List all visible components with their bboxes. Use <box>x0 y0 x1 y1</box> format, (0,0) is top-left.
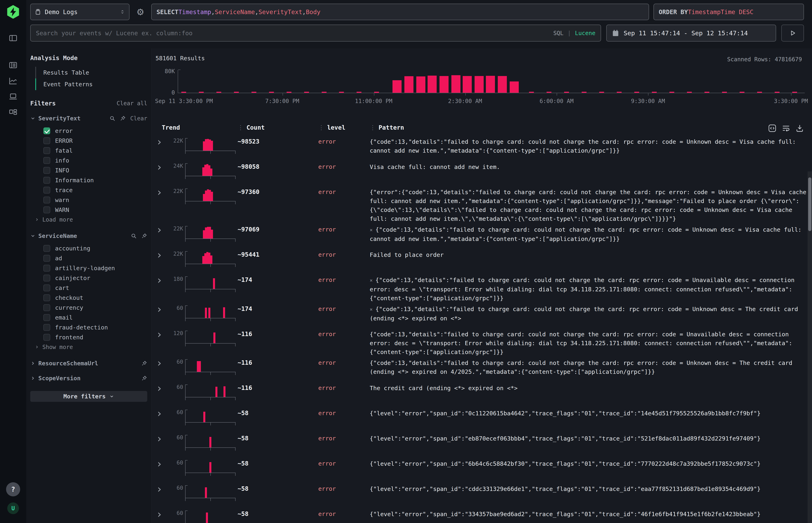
histogram-bar[interactable] <box>404 76 413 93</box>
histogram-bar[interactable] <box>416 76 425 93</box>
column-header-trend[interactable]: Trend <box>155 124 237 131</box>
chevron-right-icon[interactable] <box>30 376 35 381</box>
checkbox[interactable] <box>43 334 50 341</box>
row-expand-chevron[interactable]: › <box>155 225 169 234</box>
pin-icon[interactable] <box>141 233 147 239</box>
row-expand-chevron[interactable]: › <box>155 359 169 367</box>
results-histogram[interactable]: 80K 0 Sep 11 3:30:00 PM7:30:00 PM11:00:0… <box>156 68 805 106</box>
source-settings-button[interactable]: ⚙ <box>134 4 147 20</box>
checkbox[interactable] <box>43 255 50 262</box>
exclude-x-icon[interactable]: × <box>370 227 372 233</box>
download-icon[interactable] <box>795 124 804 132</box>
filter-option-information[interactable]: Information <box>30 175 147 185</box>
histogram-bar[interactable] <box>452 75 460 93</box>
filter-option-fatal[interactable]: fatal <box>30 146 147 156</box>
pattern-row[interactable]: ›22K~95441errorFailed to place order <box>155 248 809 274</box>
analysis-mode-item-results-table[interactable]: Results Table <box>35 67 147 78</box>
histogram-bar[interactable] <box>392 80 402 93</box>
row-expand-chevron[interactable]: › <box>155 137 169 146</box>
exclude-x-icon[interactable]: × <box>370 277 372 283</box>
wrap-text-icon[interactable] <box>782 124 790 132</box>
filter-option-warn[interactable]: WARN <box>30 205 147 215</box>
histogram-bar[interactable] <box>510 82 519 93</box>
filter-group-servicename[interactable]: ServiceName <box>30 233 147 239</box>
pattern-row[interactable]: ›22K~97069error×{"code":13,"details":"fa… <box>155 223 809 248</box>
column-header-count[interactable]: ⋮Count <box>237 124 318 131</box>
row-expand-chevron[interactable]: › <box>155 330 169 339</box>
column-grip[interactable]: ⋮ <box>237 124 244 131</box>
filter-option-trace[interactable]: trace <box>30 185 147 195</box>
checkbox[interactable] <box>43 324 50 331</box>
filter-option-accounting[interactable]: accounting <box>30 244 147 253</box>
checkbox[interactable] <box>43 285 50 291</box>
pattern-row[interactable]: ›22K~97360error{"error":{"code":13,"deta… <box>155 186 809 223</box>
chevron-right-icon[interactable] <box>30 361 35 366</box>
load-more-button[interactable]: Load more <box>30 215 147 224</box>
row-expand-chevron[interactable]: › <box>155 276 169 285</box>
checkbox[interactable] <box>43 265 50 272</box>
checkbox[interactable] <box>43 314 50 321</box>
chevron-down-icon[interactable] <box>30 233 35 238</box>
vertical-scrollbar[interactable] <box>808 172 812 523</box>
pattern-row[interactable]: ›60~58error{"level":"error","span_id":"6… <box>155 457 809 483</box>
filter-option-email[interactable]: email <box>30 312 147 322</box>
search-icon[interactable] <box>109 115 116 121</box>
exclude-x-icon[interactable]: × <box>370 307 372 312</box>
search-icon[interactable] <box>131 233 137 239</box>
column-header-pattern[interactable]: ⋮Pattern <box>370 124 768 131</box>
column-grip[interactable]: ⋮ <box>370 124 376 131</box>
row-expand-chevron[interactable]: › <box>155 510 169 519</box>
checkbox[interactable] <box>43 177 50 184</box>
row-expand-chevron[interactable]: › <box>155 163 169 172</box>
order-by-editor[interactable]: ORDER BY TimestampTime DESC <box>653 4 804 20</box>
checkbox[interactable] <box>43 157 50 164</box>
filter-option-info[interactable]: INFO <box>30 165 147 175</box>
filter-group-scopeversion[interactable]: ScopeVersion <box>30 375 147 382</box>
clear-all-filters-button[interactable]: Clear all <box>117 100 147 107</box>
column-grip[interactable]: ⋮ <box>318 124 324 131</box>
logs-icon[interactable] <box>8 60 18 70</box>
more-filters-button[interactable]: More filters <box>30 391 147 402</box>
pin-icon[interactable] <box>120 115 126 121</box>
filter-option-ad[interactable]: ad <box>30 253 147 263</box>
pin-icon[interactable] <box>141 375 147 381</box>
filter-option-cart[interactable]: cart <box>30 283 147 293</box>
code-icon[interactable] <box>768 124 777 132</box>
filter-option-currency[interactable]: currency <box>30 303 147 312</box>
histogram-plot[interactable] <box>178 70 805 93</box>
filter-option-fraud-detection[interactable]: fraud-detection <box>30 322 147 332</box>
filter-option-warn[interactable]: warn <box>30 195 147 205</box>
checkbox[interactable] <box>43 147 50 154</box>
sessions-icon[interactable] <box>8 92 18 101</box>
checkbox[interactable] <box>43 275 50 282</box>
filter-option-error[interactable]: ERROR <box>30 136 147 146</box>
checkbox[interactable] <box>43 294 50 301</box>
checkbox[interactable] <box>43 137 50 144</box>
filter-option-frontend[interactable]: frontend <box>30 332 147 342</box>
pattern-row[interactable]: ›120~116error{"code":13,"details":"faile… <box>155 328 809 357</box>
filter-option-checkout[interactable]: checkout <box>30 293 147 303</box>
row-expand-chevron[interactable]: › <box>155 434 169 443</box>
row-expand-chevron[interactable]: › <box>155 384 169 393</box>
pattern-row[interactable]: ›60~58error{"level":"error","span_id":"c… <box>155 483 809 508</box>
clear-group-button[interactable]: Clear <box>130 115 147 122</box>
pattern-row[interactable]: ›22K~98523error{"code":13,"details":"fai… <box>155 135 809 161</box>
pattern-row[interactable]: ›60~58error{"level":"error","span_id":"e… <box>155 432 809 457</box>
user-avatar[interactable]: U <box>7 502 19 514</box>
histogram-bar[interactable] <box>486 76 495 93</box>
row-expand-chevron[interactable]: › <box>155 250 169 259</box>
pattern-row[interactable]: ›60~174error×{"code":13,"details":"faile… <box>155 303 809 328</box>
histogram-bar[interactable] <box>475 76 484 93</box>
checkbox[interactable] <box>43 245 50 252</box>
help-button[interactable]: ? <box>6 482 20 497</box>
row-expand-chevron[interactable]: › <box>155 188 169 197</box>
analysis-mode-item-event-patterns[interactable]: Event Patterns <box>35 78 147 90</box>
load-more-button[interactable]: Show more <box>30 342 147 352</box>
pattern-row[interactable]: ›60~116error{"code":13,"details":"failed… <box>155 357 809 382</box>
scrollbar-thumb[interactable] <box>808 177 811 231</box>
column-header-level[interactable]: ⋮level <box>318 124 370 131</box>
checkbox-checked[interactable] <box>43 127 50 134</box>
checkbox[interactable] <box>43 167 50 174</box>
checkbox[interactable] <box>43 197 50 203</box>
source-select[interactable]: Demo Logs <box>30 4 129 20</box>
